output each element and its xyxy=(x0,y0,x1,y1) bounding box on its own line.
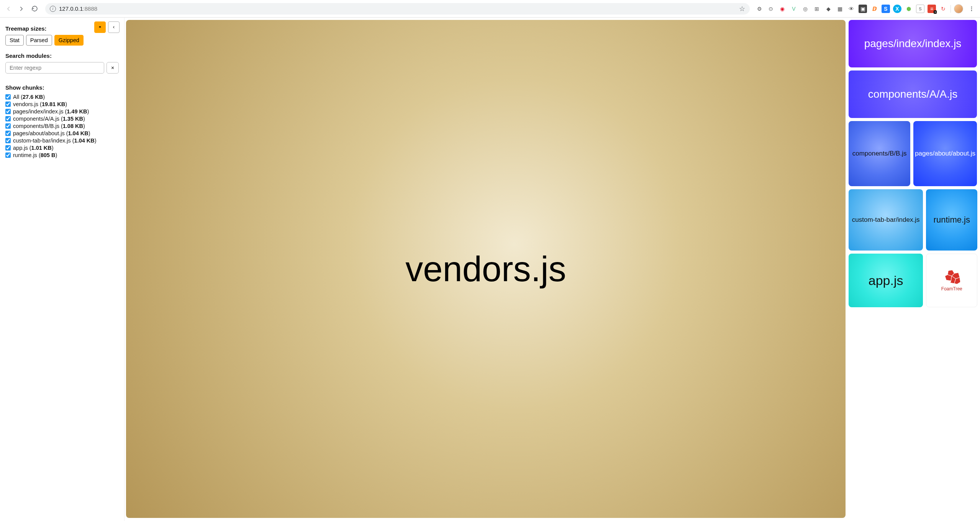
chunk-checkbox[interactable] xyxy=(5,152,11,158)
treemap: vendors.js pages/index/index.js componen… xyxy=(125,18,980,521)
chunk-label: All (27.6 KB) xyxy=(13,94,45,100)
chunk-label: components/B/B.js (1.08 KB) xyxy=(13,123,85,129)
tile-vendors[interactable]: vendors.js xyxy=(126,20,846,518)
chunk-item[interactable]: custom-tab-bar/index.js (1.04 KB) xyxy=(5,138,119,144)
clear-search-button[interactable]: × xyxy=(107,62,119,74)
vue-icon[interactable]: V xyxy=(790,5,798,13)
chrome-menu-button[interactable] xyxy=(966,3,977,14)
nodejs-icon[interactable]: ⬢ xyxy=(905,5,913,13)
chunk-label: components/A/A.js (1.35 KB) xyxy=(13,116,85,122)
extension-icon[interactable]: ▦ xyxy=(836,5,844,13)
chunk-checkbox[interactable] xyxy=(5,116,11,121)
svg-point-0 xyxy=(971,7,972,8)
chunk-checkbox[interactable] xyxy=(5,109,11,114)
chunk-checkbox[interactable] xyxy=(5,145,11,151)
tile-app[interactable]: app.js xyxy=(849,254,923,307)
foamtree-label: FoamTree xyxy=(941,286,962,292)
tile-runtime[interactable]: runtime.js xyxy=(926,189,977,251)
svg-point-2 xyxy=(971,10,972,11)
chunk-checkbox[interactable] xyxy=(5,123,11,129)
tile-pages-index[interactable]: pages/index/index.js xyxy=(849,20,977,67)
search-input[interactable] xyxy=(5,62,104,74)
more-vertical-icon xyxy=(969,6,975,12)
chunk-checkbox[interactable] xyxy=(5,102,11,107)
search-modules-label: Search modules: xyxy=(5,52,119,59)
chunk-item[interactable]: pages/about/about.js (1.04 KB) xyxy=(5,130,119,136)
extension-icon[interactable]: X xyxy=(893,5,901,13)
extension-icon[interactable]: S xyxy=(916,5,924,13)
separator xyxy=(951,5,951,13)
chunk-checkbox[interactable] xyxy=(5,138,11,143)
reload-icon xyxy=(31,5,38,12)
foamtree-logo-tile[interactable]: FoamTree xyxy=(926,254,977,307)
back-button[interactable] xyxy=(3,3,14,14)
extension-icon[interactable]: ▣ xyxy=(859,5,867,13)
collapse-sidebar-button[interactable] xyxy=(108,21,120,33)
reload-button[interactable] xyxy=(29,3,40,14)
chunk-list: All (27.6 KB)vendors.js (19.81 KB)pages/… xyxy=(5,94,119,158)
chunk-item[interactable]: vendors.js (19.81 KB) xyxy=(5,101,119,107)
extension-icon[interactable]: ↻ xyxy=(939,5,947,13)
extension-icons: ⚙ ⊙ ◉ V ◎ ⊞ ◆ ▦ 👁 ▣ ⅅ S X ⬢ S ≡3 ↻ xyxy=(755,3,977,14)
extension-icon[interactable]: ⅅ xyxy=(870,5,878,13)
tile-custom-tab-bar[interactable]: custom-tab-bar/index.js xyxy=(849,189,923,251)
sidebar: Treemap sizes: Stat Parsed Gzipped Searc… xyxy=(0,18,125,521)
extension-icon[interactable]: ◆ xyxy=(824,5,833,13)
chunk-item[interactable]: components/B/B.js (1.08 KB) xyxy=(5,123,119,129)
size-mode-parsed[interactable]: Parsed xyxy=(26,35,52,46)
site-info-icon[interactable]: i xyxy=(50,6,56,12)
pin-icon xyxy=(98,25,102,29)
foamtree-icon xyxy=(941,269,962,286)
svg-point-1 xyxy=(971,8,972,9)
chunk-item[interactable]: app.js (1.01 KB) xyxy=(5,145,119,151)
address-bar[interactable]: i 127.0.0.1:8888 ☆ xyxy=(45,3,750,15)
chunk-label: app.js (1.01 KB) xyxy=(13,145,54,151)
chunk-label: runtime.js (805 B) xyxy=(13,152,57,158)
tile-pages-about[interactable]: pages/about/about.js xyxy=(913,121,977,186)
chevron-left-icon xyxy=(112,25,116,29)
weibo-icon[interactable]: ◉ xyxy=(778,5,787,13)
chunk-label: pages/index/index.js (1.49 KB) xyxy=(13,108,89,115)
svg-marker-5 xyxy=(945,275,952,281)
app-body: Treemap sizes: Stat Parsed Gzipped Searc… xyxy=(0,18,980,521)
chunk-checkbox[interactable] xyxy=(5,131,11,136)
extension-icon[interactable]: ◎ xyxy=(801,5,810,13)
bookmark-star-icon[interactable]: ☆ xyxy=(739,5,745,13)
todoist-icon[interactable]: ≡3 xyxy=(928,5,936,13)
eye-icon[interactable]: 👁 xyxy=(847,5,855,13)
settings-gear-icon[interactable]: ⚙ xyxy=(755,5,764,13)
pin-sidebar-button[interactable] xyxy=(94,21,106,33)
profile-avatar[interactable] xyxy=(954,4,963,13)
chunk-item[interactable]: components/A/A.js (1.35 KB) xyxy=(5,116,119,122)
chunk-item[interactable]: All (27.6 KB) xyxy=(5,94,119,100)
browser-toolbar: i 127.0.0.1:8888 ☆ ⚙ ⊙ ◉ V ◎ ⊞ ◆ ▦ 👁 ▣ ⅅ… xyxy=(0,0,980,18)
arrow-right-icon xyxy=(18,5,25,12)
chunk-checkbox[interactable] xyxy=(5,94,11,100)
size-mode-gzipped[interactable]: Gzipped xyxy=(54,35,84,46)
extension-icon[interactable]: ⊞ xyxy=(813,5,821,13)
chunk-label: custom-tab-bar/index.js (1.04 KB) xyxy=(13,138,97,144)
url-text: 127.0.0.1:8888 xyxy=(59,5,97,12)
chunk-item[interactable]: runtime.js (805 B) xyxy=(5,152,119,158)
extension-icon[interactable]: ⊙ xyxy=(767,5,775,13)
show-chunks-label: Show chunks: xyxy=(5,84,119,91)
chunk-item[interactable]: pages/index/index.js (1.49 KB) xyxy=(5,108,119,115)
tile-components-b[interactable]: components/B/B.js xyxy=(849,121,910,186)
treemap-right-column: pages/index/index.js components/A/A.js c… xyxy=(849,20,977,518)
forward-button[interactable] xyxy=(16,3,27,14)
tile-components-a[interactable]: components/A/A.js xyxy=(849,70,977,118)
size-mode-stat[interactable]: Stat xyxy=(5,35,24,46)
arrow-left-icon xyxy=(5,5,12,12)
chunk-label: pages/about/about.js (1.04 KB) xyxy=(13,130,90,136)
extension-icon[interactable]: S xyxy=(882,5,890,13)
chunk-label: vendors.js (19.81 KB) xyxy=(13,101,67,107)
